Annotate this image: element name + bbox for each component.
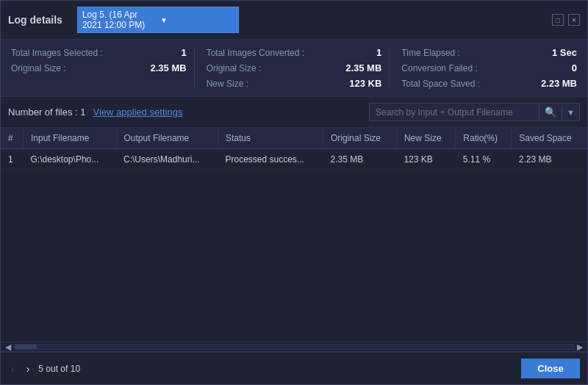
table-row: 1G:\desktop\Pho...C:\Users\Madhuri...Pro… <box>1 149 587 170</box>
total-images-converted-value: 1 <box>337 47 381 58</box>
stats-panel: Total Images Selected : 1 Original Size … <box>1 40 587 97</box>
total-images-selected-value: 1 <box>143 47 187 58</box>
new-size-row: New Size : 123 KB <box>207 78 382 89</box>
total-images-selected-label: Total Images Selected : <box>11 48 103 58</box>
col-header-num: # <box>1 128 24 149</box>
log-dropdown-label: Log 5. (16 Apr 2021 12:00 PM) <box>82 10 156 30</box>
original-size-label-2: Original Size : <box>207 63 262 73</box>
toolbar-row: Number of files : 1 View applied setting… <box>1 97 587 128</box>
scrollbar-thumb <box>15 345 37 349</box>
table-cell-0: 1 <box>1 149 24 170</box>
files-count: Number of files : 1 <box>8 107 86 118</box>
search-icon-button[interactable]: 🔍 <box>539 104 562 120</box>
conversion-failed-label: Conversion Failed : <box>401 63 477 73</box>
table-cell-7: 2.23 MB <box>512 149 587 170</box>
col-header-orig-size: Original Size <box>323 128 396 149</box>
col-header-input: Input Filename <box>24 128 117 149</box>
conversion-failed-value: 0 <box>533 62 577 73</box>
table-header-row: # Input Filename Output Filename Status … <box>1 128 587 149</box>
log-details-window: Log details Log 5. (16 Apr 2021 12:00 PM… <box>0 0 588 385</box>
prev-page-button[interactable]: ‹ <box>8 361 18 376</box>
table-cell-6: 5.11 % <box>456 149 512 170</box>
col-header-ratio: Ratio(%) <box>456 128 512 149</box>
col-header-status: Status <box>218 128 323 149</box>
time-elapsed-label: Time Elapsed : <box>401 48 460 58</box>
total-images-converted-label: Total Images Converted : <box>207 48 304 58</box>
search-container: 🔍 ▼ <box>369 103 580 121</box>
table-container[interactable]: # Input Filename Output Filename Status … <box>1 128 587 342</box>
col-header-new-size: New Size <box>396 128 455 149</box>
table-cell-4: 2.35 MB <box>323 149 396 170</box>
stats-col-3: Time Elapsed : 1 Sec Conversion Failed :… <box>389 47 577 89</box>
original-size-label-1: Original Size : <box>11 63 66 73</box>
scroll-right-arrow[interactable]: ▶ <box>574 342 586 352</box>
original-size-value-2: 2.35 MB <box>337 62 381 73</box>
page-info: 5 out of 10 <box>38 364 80 374</box>
log-dropdown[interactable]: Log 5. (16 Apr 2021 12:00 PM) ▼ <box>77 7 239 33</box>
bottom-bar: ‹ › 5 out of 10 Close <box>1 352 587 384</box>
new-size-label: New Size : <box>207 79 248 89</box>
col-header-output: Output Filename <box>116 128 218 149</box>
table-cell-5: 123 KB <box>396 149 455 170</box>
new-size-value: 123 KB <box>337 78 381 89</box>
window-controls: □ × <box>552 14 580 26</box>
table-cell-1: G:\desktop\Pho... <box>24 149 117 170</box>
view-applied-settings-link[interactable]: View applied settings <box>93 107 183 118</box>
conversion-failed-row: Conversion Failed : 0 <box>401 62 577 73</box>
close-button[interactable]: Close <box>521 359 580 378</box>
col-header-saved: Saved Space <box>512 128 587 149</box>
search-dropdown-button[interactable]: ▼ <box>562 105 579 120</box>
search-input[interactable] <box>370 104 539 120</box>
horizontal-scrollbar[interactable] <box>14 344 574 350</box>
minimize-button[interactable]: □ <box>552 14 564 26</box>
stats-col-1: Total Images Selected : 1 Original Size … <box>11 47 187 89</box>
next-page-button[interactable]: › <box>24 361 33 376</box>
title-bar: Log details Log 5. (16 Apr 2021 12:00 PM… <box>1 1 587 40</box>
scroll-left-arrow[interactable]: ◀ <box>2 342 14 352</box>
total-space-saved-label: Total Space Saved : <box>401 79 480 89</box>
table-cell-3: Processed succes... <box>218 149 323 170</box>
total-space-saved-value: 2.23 MB <box>533 78 577 89</box>
original-size-row-2: Original Size : 2.35 MB <box>207 62 382 73</box>
close-window-button[interactable]: × <box>568 14 580 26</box>
total-images-selected-row: Total Images Selected : 1 <box>11 47 187 58</box>
total-space-saved-row: Total Space Saved : 2.23 MB <box>401 78 577 89</box>
chevron-down-icon: ▼ <box>160 16 234 24</box>
horizontal-scrollbar-row: ◀ ▶ <box>1 342 587 352</box>
time-elapsed-value: 1 Sec <box>533 47 577 58</box>
table-cell-2: C:\Users\Madhuri... <box>116 149 218 170</box>
stats-col-2: Total Images Converted : 1 Original Size… <box>194 47 382 89</box>
time-elapsed-row: Time Elapsed : 1 Sec <box>401 47 577 58</box>
log-table: # Input Filename Output Filename Status … <box>1 128 587 170</box>
original-size-value-1: 2.35 MB <box>143 62 187 73</box>
window-title: Log details <box>8 14 62 26</box>
total-images-converted-row: Total Images Converted : 1 <box>207 47 382 58</box>
original-size-row-1: Original Size : 2.35 MB <box>11 62 187 73</box>
